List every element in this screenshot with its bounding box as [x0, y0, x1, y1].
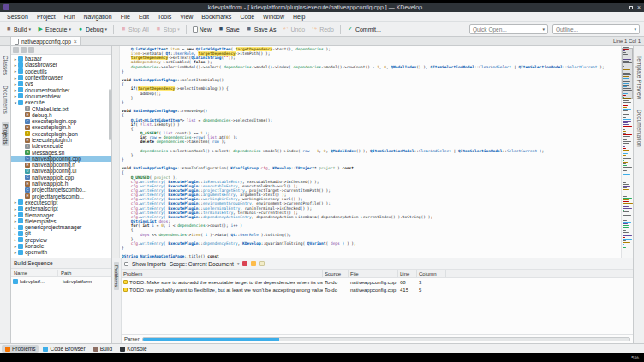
error-flag-icon[interactable]: [242, 261, 247, 266]
stop-button[interactable]: ■Stop▾: [152, 25, 182, 33]
column-problem[interactable]: Problem: [122, 270, 323, 277]
column-file[interactable]: File: [349, 270, 398, 277]
maximize-icon[interactable]: [629, 6, 633, 9]
code-editor[interactable]: QListWidgetItem* item = new QListWidgetI…: [112, 46, 633, 258]
minimap[interactable]: [621, 46, 633, 258]
column-source[interactable]: Source: [323, 270, 349, 277]
commit-button[interactable]: ✓Commit...: [344, 25, 384, 33]
save-button[interactable]: ■Save: [215, 25, 242, 33]
column-path[interactable]: Path: [58, 270, 111, 276]
dock-tab-classes[interactable]: Classes: [2, 53, 9, 78]
outline-searchbox[interactable]: Outline...▾: [552, 24, 640, 34]
tree-item-executescript[interactable]: ▸executescript: [11, 199, 111, 205]
tree-item-contextbrowser[interactable]: ▸contextbrowser: [11, 74, 111, 80]
tree-item-nativeappjob-cpp[interactable]: Cnativeappjob.cpp: [11, 175, 111, 181]
stop-all-button[interactable]: ■Stop All: [117, 25, 152, 33]
tree-item-bazaar[interactable]: ▸bazaar: [11, 56, 111, 62]
tree-item-externalscript[interactable]: ▸externalscript: [11, 205, 111, 211]
menu-project[interactable]: Project: [33, 14, 60, 20]
execute-button[interactable]: ▶Execute▾: [34, 25, 74, 33]
menu-help[interactable]: Help: [289, 14, 309, 20]
tree-item-konsole[interactable]: ▸konsole: [11, 243, 111, 249]
tree-item-filemanager[interactable]: ▸filemanager: [11, 211, 111, 217]
tree-item-codeutils[interactable]: ▸codeutils: [11, 68, 111, 74]
column-column[interactable]: Column: [417, 270, 446, 277]
show-imports-label[interactable]: Show Imports: [132, 261, 166, 267]
show-imports-checkbox[interactable]: [124, 262, 128, 266]
statusbar-tab-konsole[interactable]: Konsole: [116, 345, 151, 353]
tree-item-nativeappconfig-ui[interactable]: Unativeappconfig.ui: [11, 168, 111, 174]
new-button[interactable]: New: [190, 25, 214, 33]
menu-session[interactable]: Session: [3, 14, 33, 20]
folder-icon: [18, 212, 23, 217]
editor-gutter[interactable]: [112, 46, 120, 258]
debug-button[interactable]: ●Debug▾: [75, 25, 110, 33]
tab-close-icon[interactable]: ×: [74, 39, 77, 45]
dock-tab-documents[interactable]: Documents: [2, 83, 9, 116]
tree-item-nativeappconfig-h[interactable]: Hnativeappconfig.h: [11, 162, 111, 168]
problem-row[interactable]: TODO: Make sure to auto-add the executab…: [122, 278, 633, 286]
tree-item-executeplugin-h[interactable]: Hexecuteplugin.h: [11, 124, 111, 130]
menu-file[interactable]: File: [116, 14, 134, 20]
tree-item-messages-sh[interactable]: SMessages.sh: [11, 149, 111, 155]
tree-item-projecttargetscombo-[interactable]: Cprojecttargetscombo...: [11, 187, 111, 193]
tab-nativeappconfig[interactable]: nativeappconfig.cpp ×: [10, 36, 81, 45]
menu-edit[interactable]: Edit: [134, 14, 153, 20]
minimap-slider[interactable]: [622, 48, 633, 99]
menu-bookmarks[interactable]: Bookmarks: [197, 14, 236, 20]
tree-item-nativeappconfig-cpp[interactable]: Cnativeappconfig.cpp: [11, 156, 111, 162]
menu-tools[interactable]: Tools: [153, 14, 176, 20]
statusbar-tab-build[interactable]: Build: [90, 345, 116, 353]
tree-item-projecttargetscomb-[interactable]: Hprojecttargetscomb...: [11, 193, 111, 199]
build-button[interactable]: ■Build▾: [3, 25, 33, 33]
dock-tab-template-preview[interactable]: Template Preview: [635, 53, 643, 102]
tree-item-cvs[interactable]: ▸cvs: [11, 80, 111, 86]
menu-code[interactable]: Code: [236, 14, 259, 20]
tree-item-iexecuteplugin-h[interactable]: Hiexecuteplugin.h: [11, 137, 111, 143]
tree-scrollbar[interactable]: [109, 89, 111, 140]
build-selection-icon[interactable]: [21, 47, 27, 53]
dock-tab-projects[interactable]: Projects: [2, 122, 9, 146]
tree-item-documentview[interactable]: ▸documentview: [11, 93, 111, 99]
tree-item-classbrowser[interactable]: ▸classbrowser: [11, 62, 111, 68]
tree-item-kdevexecute[interactable]: Tkdevexecute: [11, 143, 111, 149]
code-view[interactable]: QListWidgetItem* item = new QListWidgetI…: [120, 46, 621, 258]
statusbar-tab-code-browser[interactable]: Code Browser: [39, 345, 88, 353]
tree-item-executeplugin-cpp[interactable]: Cexecuteplugin.cpp: [11, 118, 111, 124]
problems-vertical-tab[interactable]: Problems: [114, 262, 119, 290]
tree-item-debug-h[interactable]: Hdebug.h: [11, 112, 111, 118]
save-as-button[interactable]: ■Save As: [243, 25, 279, 33]
titlebar[interactable]: kdevplatform - [ kdevplatform/plugins/ex…: [0, 3, 644, 12]
tree-item-git[interactable]: ▸git: [11, 230, 111, 236]
menu-run[interactable]: Run: [60, 14, 80, 20]
minimize-icon[interactable]: [621, 9, 625, 9]
close-icon[interactable]: ×: [637, 4, 641, 10]
menu-view[interactable]: View: [176, 14, 197, 20]
tree-item-filetemplates[interactable]: ▸filetemplates: [11, 218, 111, 224]
tree-item-nativeappjob-h[interactable]: Hnativeappjob.h: [11, 181, 111, 187]
menu-window[interactable]: Window: [259, 14, 289, 20]
quick-open-combobox[interactable]: Quick Open...▾: [469, 24, 548, 34]
warning-flag-icon[interactable]: [251, 261, 256, 266]
dock-tab-documentation[interactable]: Documentation: [635, 107, 643, 150]
column-name[interactable]: Name: [11, 270, 58, 276]
tree-item-openwith[interactable]: ▸openwith: [11, 249, 111, 255]
hint-flag-icon[interactable]: [259, 261, 265, 266]
save-icon: ■: [218, 26, 224, 33]
redo-button[interactable]: ↷Redo: [308, 25, 337, 33]
column-line[interactable]: Line: [398, 270, 417, 277]
tree-item-execute[interactable]: ▾execute: [11, 99, 111, 105]
tree-item-grepview[interactable]: ▸grepview: [11, 237, 111, 243]
tree-item-executeplugin-json[interactable]: Jexecuteplugin.json: [11, 131, 111, 137]
statusbar-tab-problems[interactable]: Problems: [2, 345, 39, 353]
build-sequence-row[interactable]: kdevplatf...kdevplatform: [11, 277, 111, 285]
tree-item-documentswitcher[interactable]: ▸documentswitcher: [11, 86, 111, 92]
reload-icon[interactable]: [13, 47, 19, 53]
tree-item-cmakelists-txt[interactable]: TCMakeLists.txt: [11, 105, 111, 111]
tree-item-genericprojectmanager[interactable]: ▸genericprojectmanager: [11, 224, 111, 230]
scope-dropdown[interactable]: Scope: Current Document: [170, 261, 234, 267]
undo-button[interactable]: ↶Undo: [279, 25, 307, 33]
menu-navigation[interactable]: Navigation: [80, 14, 116, 20]
filter-icon[interactable]: [28, 47, 34, 53]
problem-row[interactable]: TODO: we probably want to flexibilize, b…: [122, 286, 633, 294]
